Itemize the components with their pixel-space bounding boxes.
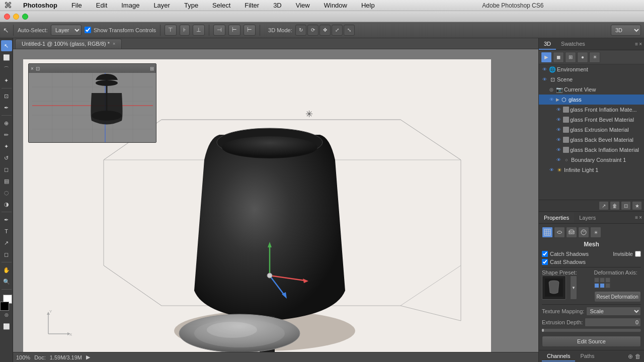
invisible-checkbox[interactable]	[635, 251, 641, 257]
texture-mapping-select[interactable]: Scale Tile Fit	[586, 307, 641, 316]
align-left-btn[interactable]: ⊣	[213, 25, 225, 36]
tree-item-scene[interactable]: 👁 ⊡ Scene	[539, 74, 644, 84]
eye-icon-current-view[interactable]: ◎	[548, 86, 555, 93]
reset-deformation-btn[interactable]: Reset Deformation	[594, 291, 641, 302]
align-right-btn[interactable]: ⊢	[244, 25, 256, 36]
clone-stamp-tool[interactable]: ✦	[1, 141, 12, 152]
3d-pan-btn[interactable]: ✥	[319, 25, 331, 36]
zoom-tool[interactable]: 🔍	[1, 276, 12, 287]
document-tab[interactable]: Untitled-1 @ 100% (glass, RGB/8) * ×	[15, 39, 122, 49]
edit-source-btn[interactable]: Edit Source	[542, 336, 641, 347]
shape-tool[interactable]: ◻	[1, 249, 12, 260]
tree-item-current-view[interactable]: ◎ 📷 Current View	[539, 84, 644, 95]
3d-slide-btn[interactable]: ⤢	[332, 25, 343, 36]
3d-roll-btn[interactable]: ⟳	[307, 25, 318, 36]
shape-preset-thumbnail[interactable]	[542, 276, 566, 300]
tree-item-glass[interactable]: 👁 ▶ ⬡ glass	[539, 95, 644, 105]
eye-icon-glass-front-inflation[interactable]: 👁	[555, 106, 562, 113]
3d-light-btn[interactable]: ●	[577, 52, 588, 63]
eye-icon-glass-back-bevel[interactable]: 👁	[555, 136, 562, 143]
tab-swatches[interactable]: Swatches	[556, 39, 590, 50]
props-icon-scene[interactable]: ☀	[590, 227, 601, 238]
hand-tool[interactable]: ✋	[1, 264, 12, 276]
panel-delete-btn[interactable]: 🗑	[610, 201, 620, 210]
3d-material-btn[interactable]: ⊞	[565, 52, 576, 63]
minimize-button[interactable]	[13, 14, 19, 20]
eye-icon-environment[interactable]: 👁	[541, 66, 548, 73]
eye-icon-glass-extrusion[interactable]: 👁	[555, 126, 562, 133]
tab-layers[interactable]: Layers	[574, 213, 601, 223]
screen-mode-btn[interactable]: ⬜	[1, 321, 12, 332]
quick-mask-btn[interactable]: ◎	[1, 309, 12, 320]
shape-preset-arrow-btn[interactable]: ▼	[570, 276, 577, 300]
eye-icon-scene[interactable]: 👁	[541, 76, 548, 83]
bottom-panel-add[interactable]: ⊕	[628, 353, 633, 360]
tab-close-btn[interactable]: ×	[113, 41, 115, 46]
menu-filter[interactable]: Filter	[242, 1, 262, 10]
deform-grid-cell[interactable]	[600, 278, 605, 283]
thumb-action[interactable]: ⊞	[150, 66, 154, 71]
foreground-color-swatch[interactable]	[0, 302, 9, 311]
cast-shadows-checkbox[interactable]	[542, 259, 548, 265]
menu-photoshop[interactable]: Photoshop	[20, 1, 60, 10]
eye-icon-infinite-light[interactable]: 👁	[548, 166, 555, 173]
tree-item-glass-extrusion[interactable]: 👁 glass Extrusion Material	[539, 125, 644, 135]
maximize-button[interactable]	[22, 14, 28, 20]
panel-close-btn[interactable]: ×	[639, 41, 642, 47]
menu-layer[interactable]: Layer	[150, 1, 173, 10]
props-icon-material[interactable]	[578, 227, 589, 238]
deformation-grid[interactable]	[594, 278, 610, 288]
panel-add-btn[interactable]: ↗	[599, 201, 609, 210]
catch-shadows-checkbox[interactable]	[542, 251, 548, 257]
move-tool-icon[interactable]: ↖	[3, 26, 9, 34]
tree-item-glass-front-bevel[interactable]: 👁 glass Front Bevel Material	[539, 115, 644, 125]
panel-scene-btn[interactable]: ⊡	[621, 201, 631, 210]
menu-help[interactable]: Help	[358, 1, 378, 10]
props-icon-deform[interactable]	[554, 227, 565, 238]
lasso-tool[interactable]: ⌒	[1, 63, 12, 74]
menu-view[interactable]: View	[293, 1, 313, 10]
tab-channels[interactable]: Channels	[542, 351, 575, 361]
3d-mesh-btn[interactable]: ◼	[553, 52, 564, 63]
close-button[interactable]	[4, 14, 10, 20]
menu-type[interactable]: Type	[181, 1, 201, 10]
tree-item-glass-back-inflation[interactable]: 👁 glass Back Inflation Material	[539, 145, 644, 155]
auto-select-dropdown[interactable]: Layer Group	[51, 25, 82, 36]
extrusion-slider-thumb[interactable]	[542, 329, 544, 332]
props-icon-cap[interactable]	[566, 227, 577, 238]
eye-icon-glass-back-inflation[interactable]: 👁	[555, 146, 562, 153]
brush-tool[interactable]: ✏	[1, 129, 12, 140]
align-top-btn[interactable]: ⊤	[165, 25, 177, 36]
pen-tool[interactable]: ✒	[1, 214, 12, 225]
props-panel-close[interactable]: ×	[639, 215, 642, 220]
menu-3d[interactable]: 3D	[270, 1, 285, 10]
menu-edit[interactable]: Edit	[93, 1, 110, 10]
history-brush-tool[interactable]: ↺	[1, 152, 12, 163]
path-select-tool[interactable]: ↗	[1, 237, 12, 248]
menu-image[interactable]: Image	[118, 1, 142, 10]
thumb-close[interactable]: ×	[31, 66, 34, 71]
apple-menu[interactable]: ⌘	[4, 1, 12, 10]
eye-icon-boundary-constraint[interactable]: 👁	[555, 156, 562, 163]
panel-filter-btn[interactable]: ★	[632, 201, 642, 210]
marquee-tool[interactable]: ⬜	[1, 52, 12, 63]
canvas-container[interactable]: × ⊡ ⊞	[13, 49, 538, 352]
3d-scale-btn[interactable]: ⤡	[344, 25, 355, 36]
panel-menu-btn[interactable]: ≡	[635, 41, 638, 47]
menu-select[interactable]: Select	[209, 1, 233, 10]
color-swatches[interactable]	[1, 294, 12, 307]
3d-mode-select[interactable]: 3D	[611, 25, 641, 36]
magic-wand-tool[interactable]: ✦	[1, 75, 12, 86]
3d-camera-btn[interactable]: ☀	[589, 52, 600, 63]
move-tool[interactable]: ↖	[1, 40, 12, 51]
eraser-tool[interactable]: ◻	[1, 164, 12, 175]
dodge-tool[interactable]: ◑	[1, 199, 12, 210]
deform-grid-cell[interactable]	[605, 283, 610, 288]
show-transform-checkbox[interactable]	[85, 27, 91, 33]
props-icon-mesh[interactable]	[542, 227, 553, 238]
tab-3d[interactable]: 3D	[539, 39, 556, 50]
thumb-icon[interactable]: ⊡	[36, 66, 40, 71]
align-hcenter-btn[interactable]: ⊢	[228, 25, 240, 36]
tree-item-glass-front-inflation[interactable]: 👁 glass Front Inflation Mate...	[539, 105, 644, 115]
3d-scene-btn[interactable]: ▶	[541, 52, 552, 63]
